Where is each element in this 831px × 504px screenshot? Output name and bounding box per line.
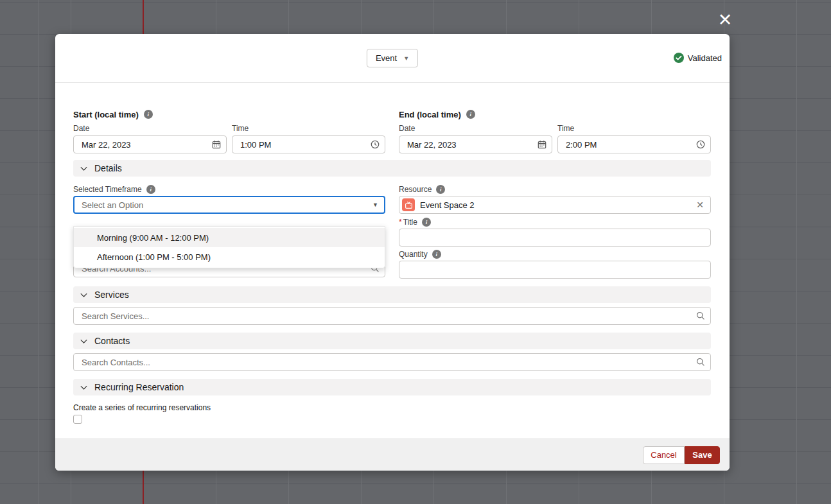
quantity-label-text: Quantity	[399, 250, 428, 259]
reservation-modal: Event ▼ Validated Start (local time) i D…	[55, 34, 730, 471]
resource-entity-icon	[402, 198, 415, 211]
validated-check-icon	[674, 53, 684, 63]
info-icon[interactable]: i	[422, 218, 431, 227]
timeframe-label: Selected Timeframe i	[73, 184, 385, 195]
title-input[interactable]	[399, 229, 711, 247]
section-recurring-reservation[interactable]: Recurring Reservation	[73, 379, 711, 395]
services-search-input[interactable]	[73, 307, 711, 325]
title-label: *Title i	[399, 217, 711, 227]
section-contacts[interactable]: Contacts	[73, 333, 711, 349]
end-date-input[interactable]	[399, 135, 552, 153]
end-time-input[interactable]	[557, 135, 711, 153]
end-date-label: Date	[399, 123, 552, 133]
details-left-column: Selected Timeframe i ▼ Morning (9:00 AM …	[73, 184, 385, 279]
modal-footer: Cancel Save	[55, 439, 730, 471]
clock-icon[interactable]	[696, 140, 705, 149]
resource-pill[interactable]: Event Space 2 ✕	[399, 196, 711, 214]
start-label-text: Start (local time)	[73, 110, 139, 119]
clock-icon[interactable]	[371, 140, 380, 149]
chevron-down-icon	[80, 291, 88, 299]
cancel-button[interactable]: Cancel	[643, 446, 685, 464]
resource-label-text: Resource	[399, 185, 432, 194]
validated-label: Validated	[688, 53, 722, 63]
timeframe-combobox[interactable]	[73, 196, 385, 214]
end-group: End (local time) i Date Tim	[399, 109, 711, 153]
start-date-label: Date	[73, 123, 227, 133]
save-button[interactable]: Save	[685, 446, 720, 464]
start-time-input[interactable]	[232, 135, 385, 153]
section-details[interactable]: Details	[73, 160, 711, 177]
section-contacts-label: Contacts	[94, 336, 130, 346]
quantity-label: Quantity i	[399, 249, 711, 259]
contacts-search-input[interactable]	[73, 353, 711, 371]
search-icon	[696, 311, 705, 320]
modal-body: Start (local time) i Date T	[55, 109, 730, 424]
start-group-label: Start (local time) i	[73, 109, 385, 119]
timeframe-option-morning[interactable]: Morning (9:00 AM - 12:00 PM)	[74, 228, 385, 247]
start-group: Start (local time) i Date T	[73, 109, 385, 153]
resource-value: Event Space 2	[420, 200, 691, 210]
start-date-input[interactable]	[73, 135, 227, 153]
end-group-label: End (local time) i	[399, 109, 711, 119]
chevron-down-icon	[80, 164, 88, 173]
section-services-label: Services	[94, 290, 129, 300]
resource-label: Resource i	[399, 184, 711, 195]
end-time-label: Time	[557, 123, 711, 133]
section-services[interactable]: Services	[73, 286, 711, 303]
timeframe-label-text: Selected Timeframe	[73, 185, 142, 194]
chevron-down-icon	[80, 383, 88, 392]
chevron-down-icon	[80, 337, 88, 345]
modal-header: Event ▼ Validated	[55, 34, 730, 83]
timeframe-dropdown-panel: Morning (9:00 AM - 12:00 PM) Afternoon (…	[73, 226, 385, 268]
start-time-label: Time	[232, 123, 385, 133]
end-label-text: End (local time)	[399, 110, 461, 119]
close-icon[interactable]: ✕	[716, 11, 734, 29]
search-icon	[696, 358, 705, 367]
timeframe-option-afternoon[interactable]: Afternoon (1:00 PM - 5:00 PM)	[74, 247, 385, 266]
info-icon[interactable]: i	[436, 185, 445, 194]
chevron-down-icon: ▼	[403, 55, 409, 62]
required-asterisk: *	[399, 218, 402, 227]
remove-resource-icon[interactable]: ✕	[696, 200, 704, 209]
details-right-column: Resource i Event Space 2 ✕ *Title i Quan…	[399, 184, 711, 279]
info-icon[interactable]: i	[466, 110, 475, 119]
info-icon[interactable]: i	[432, 250, 441, 259]
event-type-dropdown[interactable]: Event ▼	[367, 49, 418, 67]
info-icon[interactable]: i	[146, 185, 155, 194]
info-icon[interactable]: i	[144, 110, 153, 119]
validated-badge: Validated	[674, 53, 722, 63]
chevron-down-icon: ▼	[372, 202, 378, 208]
quantity-input[interactable]	[399, 261, 711, 279]
section-details-label: Details	[94, 163, 122, 173]
calendar-icon[interactable]	[212, 140, 221, 149]
event-type-label: Event	[376, 53, 397, 63]
recurring-checkbox[interactable]	[73, 415, 82, 424]
calendar-icon[interactable]	[538, 140, 547, 149]
section-recurring-label: Recurring Reservation	[94, 382, 184, 392]
title-label-text: *Title	[399, 218, 417, 227]
recurring-checkbox-label: Create a series of recurring reservation…	[73, 403, 711, 412]
